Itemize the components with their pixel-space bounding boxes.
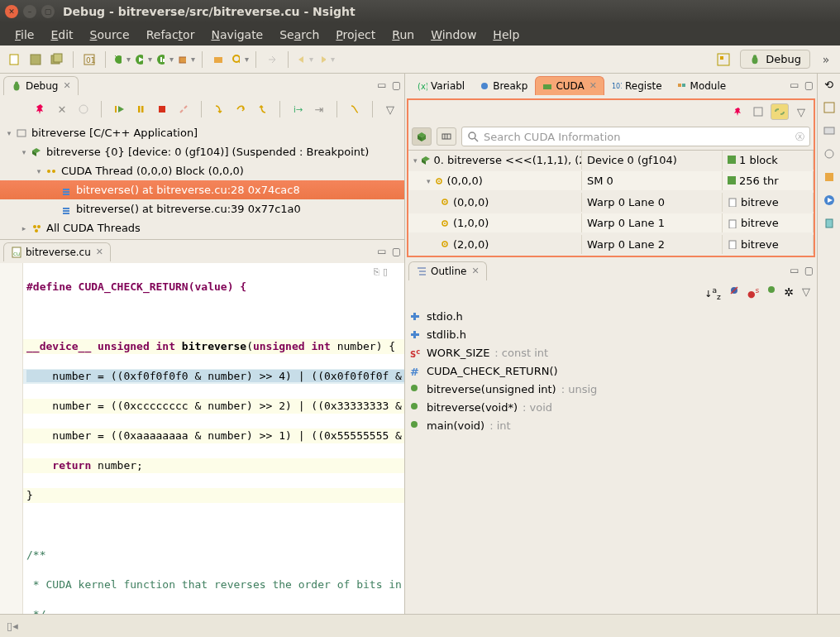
cuda-mode-blocks[interactable] (412, 127, 432, 146)
cuda-cell[interactable]: Warp 0 Lane 1 (582, 213, 723, 232)
fv-icon-3[interactable] (823, 147, 836, 160)
profile-button[interactable]: ▾ (155, 50, 174, 69)
remove-terminated-icon[interactable]: ✕ (55, 102, 69, 117)
collapse-all-icon[interactable] (751, 104, 766, 119)
tab-registers[interactable]: 1010Registe (604, 76, 669, 95)
view-menu-icon[interactable]: ▽ (802, 285, 810, 301)
tab-cuda[interactable]: CUDA✕ (535, 76, 604, 95)
maximize-icon[interactable]: ▢ (804, 79, 814, 91)
tree-toggle-icon[interactable]: ▸ (18, 224, 30, 232)
cuda-cell[interactable]: ▾(0,0,0) (408, 171, 582, 190)
open-perspective-button[interactable] (714, 50, 733, 69)
step-filters-icon[interactable] (347, 102, 362, 117)
back-button[interactable]: ▾ (295, 50, 313, 69)
resume-button[interactable] (112, 102, 126, 117)
menu-run[interactable]: Run (385, 25, 421, 45)
maximize-icon[interactable]: ▢ (392, 79, 401, 91)
forward-button[interactable]: ▾ (317, 50, 335, 69)
tree-toggle-icon[interactable]: ▾ (33, 167, 45, 175)
minimize-icon[interactable]: ▭ (790, 79, 799, 91)
instruction-step-icon[interactable]: i→ (290, 102, 305, 117)
close-icon[interactable]: ✕ (96, 247, 103, 257)
cuda-cell[interactable]: (2,0,0) (408, 235, 582, 254)
cuda-cell[interactable]: (1,0,0) (408, 213, 582, 232)
fv-icon-4[interactable] (823, 170, 836, 184)
restore-icon[interactable]: ⟲ (824, 79, 833, 91)
hide-static-icon[interactable]: ●s (747, 285, 759, 301)
menu-help[interactable]: Help (486, 25, 526, 45)
minimize-window-button[interactable]: – (23, 5, 36, 18)
outline-item[interactable]: stdlib.h (410, 326, 812, 344)
run-button[interactable]: ▾ (134, 50, 152, 69)
cuda-cell[interactable]: ▾0. bitreverse <<<(1,1,1), (25 (408, 151, 582, 170)
menu-refactor[interactable]: Refactor (140, 25, 202, 45)
pin-icon[interactable] (731, 104, 746, 119)
terminate-button[interactable] (155, 102, 169, 117)
sort-icon[interactable]: ↓az (704, 285, 721, 301)
tree-toggle-icon[interactable]: ▾ (3, 129, 15, 137)
step-into-button[interactable] (212, 102, 227, 117)
disconnect-button[interactable] (176, 102, 191, 117)
next-annotation-button[interactable] (263, 50, 281, 69)
view-menu-icon[interactable]: ▽ (794, 104, 809, 119)
fv-icon-5[interactable] (823, 194, 836, 207)
cuda-mode-threads[interactable] (437, 127, 456, 146)
cuda-cell[interactable]: SM 0 (582, 171, 723, 190)
clear-icon[interactable]: ⓧ (795, 131, 804, 143)
drop-to-frame-icon[interactable]: ⇥ (312, 102, 327, 117)
menu-file[interactable]: File (8, 25, 41, 45)
close-icon[interactable]: ✕ (63, 80, 70, 91)
close-icon[interactable]: ✕ (589, 80, 597, 91)
outline-item[interactable]: bitreverse(unsigned int) : unsig (410, 381, 812, 399)
link-icon[interactable] (771, 103, 789, 120)
cuda-cell[interactable]: 256 thr (723, 171, 814, 190)
menu-project[interactable]: Project (329, 25, 382, 45)
hide-fields-icon[interactable] (729, 285, 739, 301)
perspective-debug[interactable]: Debug (740, 50, 810, 69)
outline-item[interactable]: #CUDA_CHECK_RETURN() (410, 362, 812, 381)
tree-row[interactable]: ▾bitreverse [C/C++ Application] (0, 123, 404, 142)
filter-icon[interactable]: ✲ (784, 285, 794, 301)
tree-toggle-icon[interactable]: ▾ (18, 148, 30, 156)
fv-icon-1[interactable] (823, 101, 836, 114)
outline-item[interactable]: bitreverse(void*) : void (410, 399, 812, 417)
tab-variables[interactable]: (x)Variabl (410, 76, 472, 95)
cuda-tree-grid[interactable]: ▾0. bitreverse <<<(1,1,1), (25Device 0 (… (408, 150, 814, 256)
tab-bitreverse-cu[interactable]: cu bitreverse.cu ✕ (3, 242, 111, 261)
menu-search[interactable]: Search (273, 25, 326, 45)
show-view-icon[interactable]: ▯◂ (7, 620, 18, 632)
view-menu-icon[interactable]: ▽ (383, 102, 398, 117)
outline-item[interactable]: stdio.h (410, 308, 812, 326)
perspective-switcher[interactable]: » (817, 50, 835, 69)
connect-icon[interactable] (76, 102, 91, 117)
build-button[interactable]: 01 (80, 50, 98, 69)
close-window-button[interactable]: ✕ (5, 5, 18, 18)
suspend-button[interactable] (133, 102, 148, 117)
menu-source[interactable]: Source (84, 25, 136, 45)
cuda-search-input[interactable]: Search CUDA Information ⓧ (461, 127, 810, 146)
search-button[interactable]: ▾ (231, 50, 249, 69)
fv-icon-2[interactable] (823, 124, 836, 137)
outline-list[interactable]: stdio.hstdlib.hScWORK_SIZE : const int#C… (405, 304, 817, 438)
tab-outline[interactable]: Outline ✕ (408, 261, 487, 280)
minimize-icon[interactable]: ▭ (377, 79, 386, 91)
menu-edit[interactable]: Edit (44, 25, 79, 45)
menu-navigate[interactable]: Navigate (204, 25, 270, 45)
cuda-cell[interactable]: 1 block (723, 151, 814, 170)
new-button[interactable] (5, 50, 23, 69)
save-all-button[interactable] (48, 50, 66, 69)
tree-row[interactable]: bitreverse() at bitreverse.cu:28 0x74cac… (0, 180, 404, 199)
menu-window[interactable]: Window (424, 25, 483, 45)
maximize-icon[interactable]: ▢ (392, 246, 401, 257)
cuda-cell[interactable]: bitreve (723, 213, 814, 232)
pin-icon[interactable] (33, 102, 48, 117)
debug-button[interactable]: ▾ (112, 50, 131, 69)
tab-debug[interactable]: Debug ✕ (3, 76, 79, 95)
external-tools-button[interactable]: ▾ (177, 50, 195, 69)
minimize-icon[interactable]: ▭ (790, 265, 799, 276)
save-button[interactable] (26, 50, 45, 69)
open-type-button[interactable] (209, 50, 227, 69)
hide-non-public-icon[interactable] (767, 285, 776, 301)
outline-item[interactable]: main(void) : int (410, 417, 812, 435)
tab-modules[interactable]: Module (670, 76, 734, 95)
